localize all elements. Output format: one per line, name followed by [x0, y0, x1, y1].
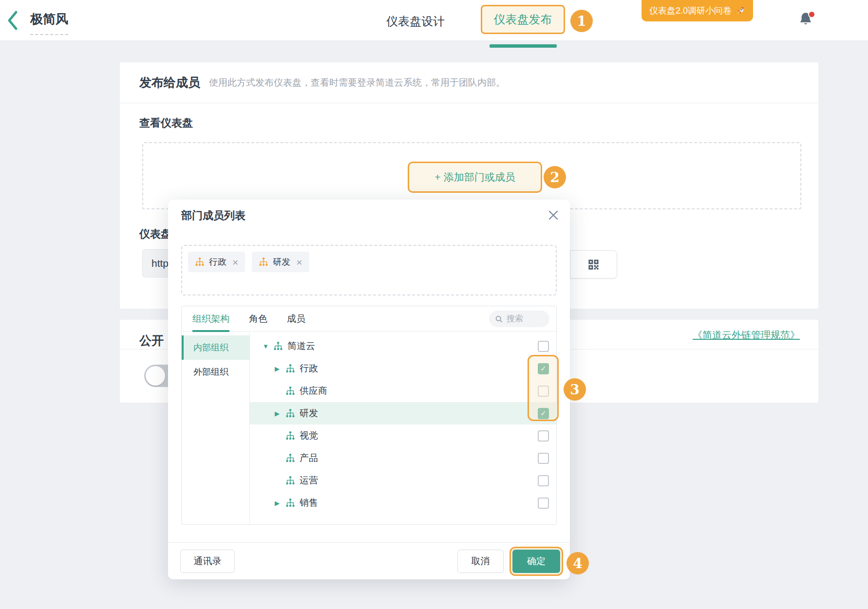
step-badge-3: 3 [564, 378, 586, 401]
selected-chip: 研发 × [252, 252, 309, 272]
tree-item-label: 销售 [300, 497, 318, 509]
selected-chip: 行政 × [188, 252, 245, 272]
survey-button-label: 仪表盘2.0调研小问卷 [649, 5, 732, 17]
view-dashboard-label: 查看仪表盘 [139, 116, 193, 130]
step-badge-1: 1 [570, 10, 593, 32]
tab-org-structure[interactable]: 组织架构 [192, 306, 229, 332]
card-header: 发布给成员 使用此方式发布仪表盘，查看时需要登录简道云系统，常用于团队内部。 [120, 62, 818, 103]
search-icon [495, 315, 503, 323]
sidebar-item-internal-org[interactable]: 内部组织 [182, 335, 249, 360]
tree-item-label: 行政 [300, 362, 318, 375]
org-icon [285, 453, 295, 463]
caret-right-icon[interactable]: ▶ [275, 410, 285, 417]
tree-item-label: 视觉 [300, 429, 318, 442]
confirm-button[interactable]: 确定 [512, 550, 560, 573]
dashboard-url-label: 仪表盘 [139, 227, 171, 241]
tree-item-label: 简道云 [287, 340, 315, 352]
check-icon: ✓ [540, 409, 547, 418]
tab-dashboard-publish-annotation: 仪表盘发布 [481, 5, 565, 34]
org-icon [285, 386, 295, 396]
checkbox[interactable]: ✓ [538, 386, 549, 397]
org-icon [285, 498, 295, 508]
close-icon[interactable] [547, 209, 559, 221]
plus-icon: + [434, 171, 440, 183]
chip-label: 行政 [209, 256, 226, 268]
add-department-or-member-button[interactable]: + 添加部门或成员 [408, 162, 542, 193]
caret-right-icon[interactable]: ▶ [275, 365, 285, 372]
cancel-button[interactable]: 取消 [457, 550, 504, 573]
tree-item[interactable]: ▶ 研发 ✓ [250, 402, 556, 424]
org-icon [195, 257, 205, 267]
add-button-label: 添加部门或成员 [444, 170, 515, 184]
tab-dashboard-publish[interactable]: 仪表盘发布 [494, 12, 552, 27]
org-icon [285, 431, 295, 441]
public-section-title: 公开 [139, 332, 164, 349]
external-link-rules-link[interactable]: 《简道云外链管理规范》 [693, 329, 800, 342]
checkbox[interactable]: ✓ [538, 408, 549, 419]
chip-label: 研发 [273, 256, 290, 268]
step-badge-4: 4 [566, 552, 589, 574]
department-member-modal: 部门成员列表 行政 × 研发 × 组织架构 角色 成员 [168, 200, 570, 579]
checkbox[interactable]: ✓ [538, 430, 549, 442]
modal-title: 部门成员列表 [181, 208, 245, 223]
step-badge-2: 2 [544, 166, 566, 188]
tree-item[interactable]: 视觉 ✓ [250, 424, 556, 447]
caret-right-icon[interactable]: ▶ [275, 499, 285, 507]
tab-members[interactable]: 成员 [287, 306, 305, 332]
contacts-button[interactable]: 通讯录 [180, 550, 235, 573]
org-structure-panel: 组织架构 角色 成员 内部组织 外部组织 ▼ 简道云 ✓ [181, 306, 557, 525]
search-input[interactable] [507, 314, 546, 324]
selected-members-box: 行政 × 研发 × [181, 245, 557, 295]
checkbox[interactable]: ✓ [538, 341, 549, 352]
panel-tabs: 组织架构 角色 成员 [182, 306, 556, 332]
checkbox[interactable]: ✓ [538, 475, 549, 486]
org-tree: ▼ 简道云 ✓ ▶ 行政 ✓ 供应商 ✓ [250, 332, 556, 524]
checkbox[interactable]: ✓ [538, 453, 549, 464]
notification-dot [808, 11, 815, 18]
rocket-icon [736, 6, 745, 16]
modal-footer: 通讯录 取消 确定 [168, 542, 570, 579]
check-icon: ✓ [540, 364, 547, 373]
org-icon [285, 408, 295, 418]
card-title: 发布给成员 [139, 74, 200, 91]
back-icon[interactable] [6, 10, 19, 31]
tree-item[interactable]: ▼ 简道云 ✓ [250, 335, 556, 357]
tree-item-label: 供应商 [300, 385, 327, 397]
qr-code-icon [587, 258, 600, 271]
tree-item-label: 研发 [300, 407, 318, 420]
qr-code-button[interactable] [570, 250, 617, 278]
tree-item[interactable]: ▶ 销售 ✓ [250, 492, 556, 514]
remove-icon[interactable]: × [232, 257, 238, 267]
caret-down-icon[interactable]: ▼ [263, 343, 273, 350]
tree-item[interactable]: ▶ 行政 ✓ [250, 357, 556, 380]
search-box[interactable] [489, 311, 549, 327]
checkbox[interactable]: ✓ [538, 498, 549, 509]
tree-item-label: 运营 [300, 474, 318, 487]
tree-item[interactable]: 运营 ✓ [250, 469, 556, 492]
tab-roles[interactable]: 角色 [249, 306, 267, 332]
notifications-bell-icon[interactable] [798, 11, 815, 30]
survey-button[interactable]: 仪表盘2.0调研小问卷 [642, 0, 753, 21]
org-icon [285, 476, 295, 485]
card-description: 使用此方式发布仪表盘，查看时需要登录简道云系统，常用于团队内部。 [209, 76, 505, 89]
tree-item[interactable]: 供应商 ✓ [250, 380, 556, 402]
org-icon [285, 364, 295, 373]
tree-item[interactable]: 产品 ✓ [250, 447, 556, 469]
org-sidebar: 内部组织 外部组织 [182, 332, 250, 524]
active-tab-underline [490, 44, 557, 48]
tab-dashboard-design[interactable]: 仪表盘设计 [386, 14, 445, 29]
dashboard-title[interactable]: 极简风 [30, 11, 68, 35]
tree-item-label: 产品 [300, 452, 318, 464]
toggle-knob [146, 366, 165, 386]
remove-icon[interactable]: × [296, 257, 302, 267]
topbar: 极简风 仪表盘设计 仪表盘发布 仪表盘2.0调研小问卷 [0, 0, 868, 41]
org-icon [273, 341, 283, 351]
checkbox[interactable]: ✓ [538, 363, 549, 374]
org-icon [259, 257, 268, 267]
sidebar-item-external-org[interactable]: 外部组织 [182, 360, 249, 384]
